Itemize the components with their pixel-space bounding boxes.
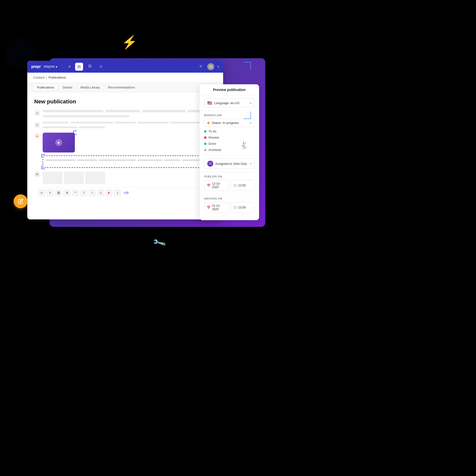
svg-point-6 xyxy=(89,65,90,66)
toolbar-whatsapp[interactable]: ● xyxy=(114,189,121,196)
media-thumb-2[interactable] xyxy=(64,172,84,184)
status-dot-orange xyxy=(207,122,210,124)
language-text: Language: en-US xyxy=(214,101,248,105)
todo-dot xyxy=(204,130,207,133)
publish-section: Publish on 📅 12-10-2020 🕐 12:00 xyxy=(200,172,259,194)
toolbar-quote[interactable]: ❝ xyxy=(72,189,79,196)
user-menu-chevron[interactable]: ▾ xyxy=(218,65,219,68)
publish-date-time: 📅 12-10-2020 🕐 12:00 xyxy=(204,180,255,191)
media-thumb-1[interactable] xyxy=(43,172,62,184)
heading-block: H xyxy=(34,110,216,119)
language-section: 🇺🇸 Language: en-US ▾ xyxy=(200,95,259,111)
archive-clock-icon: 🕐 xyxy=(233,206,237,209)
toolbar-youtube[interactable]: ▶ xyxy=(106,189,113,196)
media-thumbs xyxy=(43,172,105,184)
done-dot xyxy=(204,143,207,145)
archive-section: Archive on 📅 31-12-2020 🕐 23:59 xyxy=(200,194,259,216)
editor-main: New publication H ¶ xyxy=(27,92,223,219)
todo-label: To do xyxy=(208,129,216,133)
team-icon[interactable] xyxy=(88,64,92,69)
bracket-corner-bl xyxy=(73,131,77,135)
text-skeleton xyxy=(43,122,216,130)
brand-selector[interactable]: PREPR ▾ xyxy=(44,65,58,69)
toolbar-twitter[interactable]: T xyxy=(80,189,87,196)
paragraph-icon[interactable]: ¶ xyxy=(34,122,40,128)
publish-time-value: 12:00 xyxy=(238,184,246,187)
content-area: New publication H ¶ xyxy=(27,92,223,219)
tab-stories[interactable]: Stories xyxy=(59,84,76,91)
archive-time[interactable]: 🕐 23:59 xyxy=(230,202,255,213)
publish-time[interactable]: 🕐 12:00 xyxy=(230,180,255,191)
lightning-icon: ⚡ xyxy=(121,35,138,50)
workflow-item-review[interactable]: Review xyxy=(204,135,255,140)
toolbar-more[interactable]: +20 xyxy=(123,191,128,195)
right-panel: Preview publication 🇺🇸 Language: en-US ▾… xyxy=(200,84,259,220)
archive-date-time: 📅 31-12-2020 🕐 23:59 xyxy=(204,202,255,213)
user-avatar-small: JD xyxy=(207,161,213,167)
nav-divider xyxy=(62,64,62,69)
browser-window: prepr PREPR ▾ ≡ JD ▾ Content | Publicati… xyxy=(27,61,223,219)
svg-point-10 xyxy=(200,66,201,67)
tab-recommendations[interactable]: Recommendations xyxy=(104,84,138,91)
archived-dot xyxy=(204,149,207,151)
dashed-content-block[interactable] xyxy=(43,155,216,168)
breadcrumb: Content | Publications xyxy=(27,73,223,83)
heading-skeleton xyxy=(43,110,216,119)
language-selector[interactable]: 🇺🇸 Language: en-US ▾ xyxy=(204,98,255,108)
archive-date-value: 31-12-2020 xyxy=(212,204,226,211)
media-thumb-3[interactable] xyxy=(85,172,105,184)
edit-button[interactable] xyxy=(14,194,28,208)
text-block: ¶ xyxy=(34,122,216,130)
bracket-bl xyxy=(41,166,45,169)
assigned-text: Assigned to John Doe xyxy=(215,162,248,166)
bracket-tl xyxy=(41,154,45,158)
content-tab-icon[interactable] xyxy=(75,63,83,71)
publish-label: Publish on xyxy=(204,175,255,178)
toolbar-media[interactable]: ⊞ xyxy=(63,189,70,196)
bracket-decoration-top xyxy=(243,62,251,69)
video-icon[interactable]: ▶ xyxy=(34,133,40,139)
assigned-dropdown[interactable]: JD Assigned to John Doe ▾ xyxy=(204,158,255,169)
user-avatar[interactable]: JD xyxy=(207,63,214,70)
play-button[interactable]: ▶ xyxy=(55,139,62,146)
rabbit-icon: 🐇 xyxy=(240,141,248,149)
assigned-section: JD Assigned to John Doe ▾ xyxy=(200,155,259,172)
tab-publications[interactable]: Publications xyxy=(33,84,58,91)
navbar: prepr PREPR ▾ ≡ JD ▾ xyxy=(27,61,223,73)
tab-bar: Publications Stories Media Library Recom… xyxy=(27,83,223,92)
done-label: Done xyxy=(208,142,216,146)
hamburger-icon[interactable]: ≡ xyxy=(68,64,70,69)
status-dropdown[interactable]: Status: In progress ▾ xyxy=(204,119,255,127)
wrench-icon: 🔧 xyxy=(152,236,167,250)
heading-icon[interactable]: H xyxy=(34,110,40,116)
calendar-icon: 📅 xyxy=(207,184,210,187)
toolbar-facebook[interactable]: f xyxy=(89,189,96,196)
archived-label: Archived xyxy=(208,148,221,152)
archive-time-value: 23:59 xyxy=(238,206,246,209)
breadcrumb-separator: | xyxy=(46,75,47,80)
workflow-item-todo[interactable]: To do xyxy=(204,129,255,134)
settings-icon[interactable] xyxy=(199,64,203,69)
archive-calendar-icon: 📅 xyxy=(207,206,210,209)
clock-icon: 🕐 xyxy=(233,184,237,187)
app-logo: prepr xyxy=(31,64,41,69)
toolbar-instagram[interactable]: ◎ xyxy=(97,189,104,196)
toolbar-image[interactable]: 🖼 xyxy=(55,189,62,196)
analytics-icon[interactable] xyxy=(99,64,103,69)
breadcrumb-root[interactable]: Content xyxy=(33,76,45,79)
flag-icon: 🇺🇸 xyxy=(207,101,212,105)
media-icon[interactable]: ⊞ xyxy=(34,171,40,177)
archive-date[interactable]: 📅 31-12-2020 xyxy=(204,202,228,213)
bottom-toolbar: H ¶ 🖼 ⊞ ❝ T f ◎ ▶ ● +20 xyxy=(34,187,216,198)
bracket-decoration-bottom xyxy=(243,112,251,119)
toolbar-h[interactable]: H xyxy=(38,189,45,196)
toolbar-para[interactable]: ¶ xyxy=(47,189,54,196)
publish-date[interactable]: 📅 12-10-2020 xyxy=(204,180,228,191)
review-label: Review xyxy=(208,136,219,139)
archive-label: Archive on xyxy=(204,197,255,200)
editor-title[interactable]: New publication xyxy=(34,98,216,105)
review-dot xyxy=(204,136,207,139)
tab-media-library[interactable]: Media Library xyxy=(77,84,104,91)
video-thumbnail[interactable]: ▶ xyxy=(43,133,75,152)
media-block: ⊞ xyxy=(34,171,216,184)
